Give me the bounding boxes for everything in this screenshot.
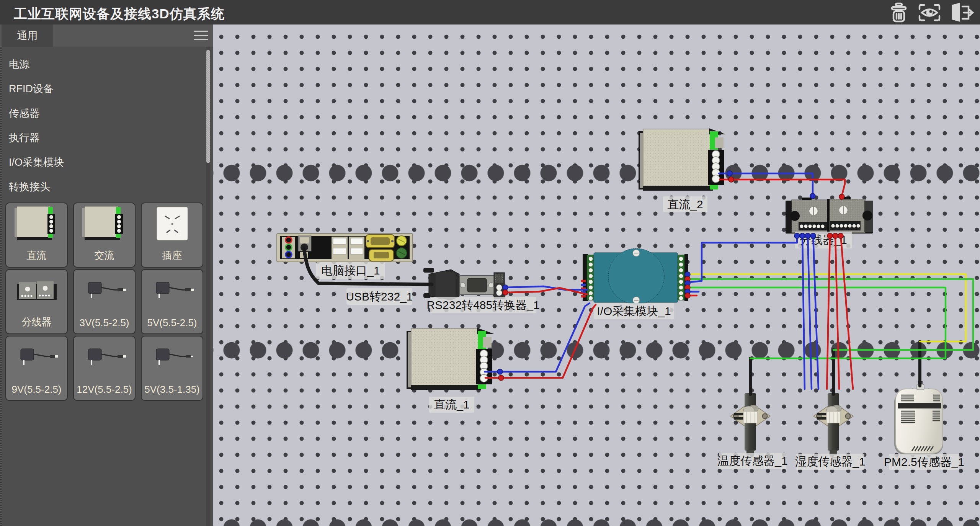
device-splitter[interactable] <box>786 197 873 234</box>
socket-icon <box>145 204 199 246</box>
palette-item-label: 直流 <box>6 249 67 262</box>
sidebar-scrollbar[interactable] <box>206 47 210 526</box>
palette-item-3v-adapter[interactable]: 3V(5.5-2.5) <box>73 269 136 334</box>
adapter-icon <box>78 337 131 379</box>
trash-icon[interactable] <box>888 2 910 23</box>
svg-text:RS232转485转换器_1: RS232转485转换器_1 <box>426 299 539 311</box>
svg-text:USB转232_1: USB转232_1 <box>346 290 413 303</box>
svg-text:电脑接口_1: 电脑接口_1 <box>321 264 380 277</box>
svg-text:直流_1: 直流_1 <box>434 398 469 411</box>
device-label: USB转232_1 <box>346 288 413 305</box>
device-pm25-sensor[interactable] <box>894 381 943 455</box>
category-menu: 电源 RFID设备 传感器 执行器 I/O采集模块 转换接头 <box>0 52 191 199</box>
palette-item-label: 12V(5.5-2.5) <box>74 384 135 395</box>
sidebar-item-actuator[interactable]: 执行器 <box>0 126 191 150</box>
palette-item-label: 交流 <box>74 249 135 262</box>
sidebar-item-rfid[interactable]: RFID设备 <box>0 77 191 101</box>
component-sidebar: 通用 电源 RFID设备 传感器 执行器 I/O采集模块 转换接头 <box>0 25 213 526</box>
device-label: 直流_2 <box>663 196 707 212</box>
palette-item-label: 分线器 <box>6 315 67 329</box>
palette-item-splitter[interactable]: 分线器 <box>5 269 68 334</box>
menu-icon[interactable] <box>194 31 208 41</box>
splitter-icon <box>10 271 64 313</box>
view-icon[interactable] <box>918 3 941 22</box>
toolbar <box>888 2 974 24</box>
component-palette: 直流 交流 <box>5 203 203 401</box>
app-window: 直流_2 分线器_1 电脑接口_1 USB转232_1 RS232转485转换器… <box>0 0 980 526</box>
title-bar: 工业互联网设备及接线3D仿真系统 <box>0 0 980 25</box>
palette-item-ac[interactable]: 交流 <box>73 203 136 268</box>
sidebar-item-sensor[interactable]: 传感器 <box>0 101 191 126</box>
dc-psu-icon <box>10 204 64 246</box>
palette-item-label: 3V(5.5-2.5) <box>74 317 135 329</box>
adapter-icon <box>10 337 64 379</box>
device-label: PM2.5传感器_1 <box>884 454 964 470</box>
sidebar-item-adapter[interactable]: 转换接头 <box>0 175 191 199</box>
svg-text:I/O采集模块_1: I/O采集模块_1 <box>597 305 671 317</box>
device-label: 直流_1 <box>429 397 474 413</box>
device-dc-power-2[interactable] <box>639 128 726 191</box>
device-dc-power-1[interactable] <box>407 328 494 390</box>
palette-item-9v-adapter[interactable]: 9V(5.5-2.5) <box>5 336 68 401</box>
palette-item-12v-adapter[interactable]: 12V(5.5-2.5) <box>73 336 136 401</box>
palette-item-5v-small-adapter[interactable]: 5V(3.5-1.35) <box>141 336 203 401</box>
palette-item-socket[interactable]: 插座 <box>141 203 203 268</box>
sidebar-item-power[interactable]: 电源 <box>0 52 191 77</box>
app-title: 工业互联网设备及接线3D仿真系统 <box>14 5 225 23</box>
adapter-icon <box>145 271 199 313</box>
adapter-icon <box>78 271 131 313</box>
scrollbar-thumb[interactable] <box>206 50 210 163</box>
exit-icon[interactable] <box>949 2 974 23</box>
svg-text:直流_2: 直流_2 <box>667 198 703 211</box>
device-label: 电脑接口_1 <box>316 262 385 279</box>
palette-item-label: 插座 <box>142 249 203 262</box>
svg-text:温度传感器_1: 温度传感器_1 <box>717 454 787 467</box>
device-pc-interface[interactable] <box>277 234 413 262</box>
sidebar-header: 通用 <box>0 25 213 47</box>
tab-general[interactable]: 通用 <box>2 25 53 47</box>
device-label: 湿度传感器_1 <box>795 454 865 470</box>
palette-item-label: 9V(5.5-2.5) <box>6 384 67 395</box>
sidebar-item-io-module[interactable]: I/O采集模块 <box>0 150 191 175</box>
adapter-icon <box>145 337 199 379</box>
palette-item-5v-adapter[interactable]: 5V(5.5-2.5) <box>141 269 203 334</box>
svg-text:PM2.5传感器_1: PM2.5传感器_1 <box>884 456 964 468</box>
palette-item-dc[interactable]: 直流 <box>5 203 68 268</box>
ac-psu-icon <box>78 204 131 246</box>
device-label: RS232转485转换器_1 <box>426 297 539 313</box>
palette-item-label: 5V(5.5-2.5) <box>142 317 203 329</box>
palette-item-label: 5V(3.5-1.35) <box>142 384 203 395</box>
device-label: I/O采集模块_1 <box>594 303 674 319</box>
device-label: 温度传感器_1 <box>717 453 787 469</box>
device-io-module[interactable] <box>581 248 688 304</box>
svg-text:湿度传感器_1: 湿度传感器_1 <box>795 455 865 468</box>
